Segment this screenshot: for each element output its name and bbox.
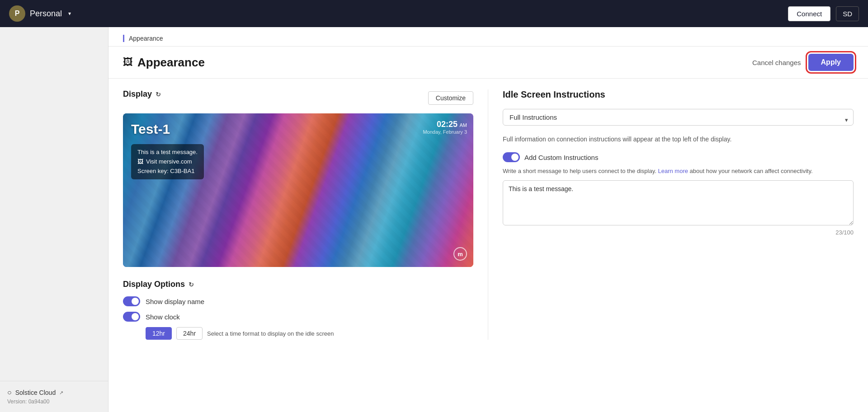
preview-display-name: Test-1 (131, 122, 170, 137)
apply-button[interactable]: Apply (808, 54, 854, 71)
display-title: Display ↻ (123, 89, 161, 99)
page-title: Appearance (137, 56, 205, 70)
version-text: Version: 0a94a00 (7, 398, 101, 405)
breadcrumb-bar: Appearance (108, 27, 868, 47)
help-text-after: about how your network can affect connec… (690, 168, 813, 174)
custom-instructions-textarea[interactable] (503, 180, 854, 225)
appearance-icon: 🖼 (123, 56, 133, 68)
show-display-name-row: Show display name (123, 296, 473, 306)
add-custom-instructions-label: Add Custom Instructions (524, 154, 598, 161)
header-actions: Cancel changes Apply (752, 54, 854, 71)
12hr-button[interactable]: 12hr (146, 327, 172, 340)
external-link-icon: ↗ (59, 390, 63, 396)
preview-clock: 02:25 AM Monday, February 3 (423, 120, 467, 135)
display-preview: Test-1 02:25 AM Monday, February 3 This … (123, 113, 473, 267)
solstice-cloud-link[interactable]: ○ Solstice Cloud ↗ (7, 389, 101, 397)
chevron-down-icon[interactable]: ▾ (68, 10, 71, 17)
instructions-dropdown[interactable]: Full Instructions Minimal Instructions N… (503, 109, 854, 126)
add-custom-instructions-toggle[interactable] (503, 152, 520, 162)
show-display-name-toggle[interactable] (123, 296, 140, 306)
instructions-dropdown-wrapper: Full Instructions Minimal Instructions N… (503, 109, 854, 130)
show-clock-row: Show clock (123, 312, 473, 322)
display-options-reset-icon[interactable]: ↻ (189, 281, 194, 288)
sd-button[interactable]: SD (836, 6, 859, 21)
preview-am: AM (460, 122, 467, 128)
reset-icon[interactable]: ↻ (156, 91, 161, 98)
app-name: Personal (30, 9, 62, 19)
m-badge: m (453, 247, 467, 261)
two-column-layout: Display ↻ Customize Test-1 02:25 (108, 79, 868, 351)
help-text: Write a short message to help users conn… (503, 167, 854, 176)
help-text-before: Write a short message to help users conn… (503, 168, 656, 174)
right-column: Idle Screen Instructions Full Instructio… (488, 89, 854, 340)
left-column: Display ↻ Customize Test-1 02:25 (123, 89, 488, 340)
sidebar-bottom: ○ Solstice Cloud ↗ Version: 0a94a00 (0, 381, 108, 412)
page-title-row: 🖼 Appearance (123, 56, 205, 70)
cancel-changes-link[interactable]: Cancel changes (752, 59, 801, 66)
time-format-row: 12hr 24hr Select a time format to displa… (146, 327, 473, 340)
main-container: ○ Solstice Cloud ↗ Version: 0a94a00 Appe… (0, 27, 868, 412)
topnav-left: P Personal ▾ (9, 5, 71, 22)
char-count: 23/100 (503, 229, 854, 236)
connect-button[interactable]: Connect (788, 6, 830, 21)
display-section-header: Display ↻ Customize (123, 89, 473, 106)
page-header: 🖼 Appearance Cancel changes Apply (108, 47, 868, 79)
learn-more-link[interactable]: Learn more (658, 168, 688, 174)
sidebar: ○ Solstice Cloud ↗ Version: 0a94a00 (0, 27, 108, 412)
preview-visit-row: 🖼 Visit mersive.com (137, 157, 198, 167)
avatar: P (9, 5, 25, 22)
preview-time: 02:25 (437, 120, 458, 129)
topnav-right: Connect SD (788, 6, 859, 21)
preview-overlay (123, 113, 473, 267)
monitor-icon: 🖼 (137, 157, 143, 167)
24hr-button[interactable]: 24hr (176, 327, 203, 340)
idle-screen-title: Idle Screen Instructions (503, 89, 854, 100)
display-options-section: Display Options ↻ Show display name Show… (123, 280, 473, 340)
preview-screen-key: Screen key: C3B-BA1 (137, 167, 198, 176)
breadcrumb: Appearance (123, 35, 163, 42)
customize-button[interactable]: Customize (428, 91, 473, 105)
show-display-name-label: Show display name (146, 298, 204, 305)
solstice-cloud-label: Solstice Cloud (15, 389, 56, 396)
solstice-icon: ○ (7, 389, 12, 397)
preview-message: This is a test message. (137, 148, 198, 157)
preview-visit: Visit mersive.com (146, 157, 192, 167)
show-clock-label: Show clock (146, 313, 180, 321)
custom-instructions-row: Add Custom Instructions (503, 152, 854, 162)
preview-date: Monday, February 3 (423, 129, 467, 135)
content-area: Appearance 🖼 Appearance Cancel changes A… (108, 27, 868, 412)
display-options-title: Display Options ↻ (123, 280, 473, 289)
time-format-desc: Select a time format to display on the i… (207, 330, 334, 337)
topnav: P Personal ▾ Connect SD (0, 0, 868, 27)
preview-info-box: This is a test message. 🖼 Visit mersive.… (131, 144, 204, 179)
instruction-description: Full information on connection instructi… (503, 135, 854, 144)
show-clock-toggle[interactable] (123, 312, 140, 322)
